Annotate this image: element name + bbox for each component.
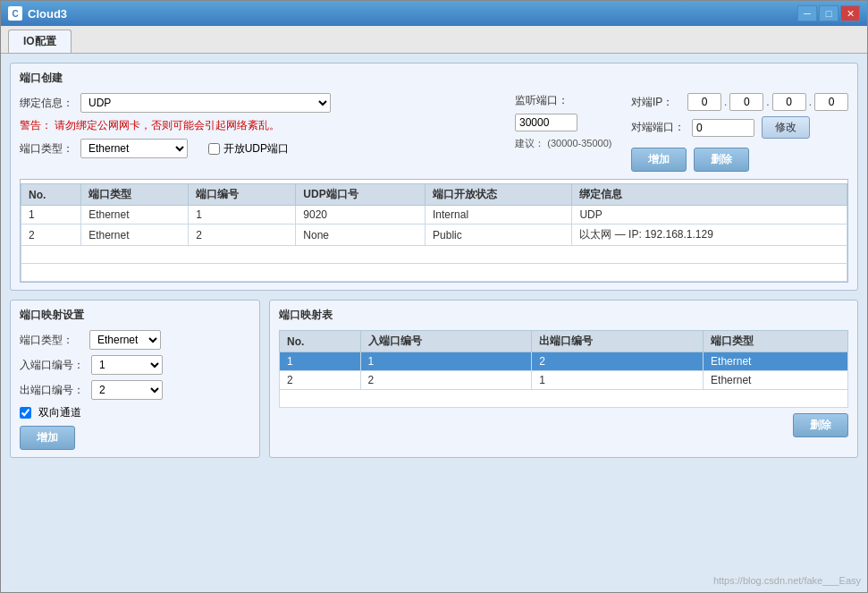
main-window: C Cloud3 ─ □ ✕ IO配置 端口创建 绑定信息： <box>0 0 868 593</box>
port-creation-section: 端口创建 绑定信息： UDP 警告： 请勿绑定公网网卡，否则可能会引起网络紊乱。 <box>10 63 858 291</box>
content-area: 端口创建 绑定信息： UDP 警告： 请勿绑定公网网卡，否则可能会引起网络紊乱。 <box>1 54 867 592</box>
cell-no: 2 <box>21 224 81 246</box>
map-cell-out: 2 <box>532 352 704 371</box>
port-type-select[interactable]: Ethernet <box>80 139 188 158</box>
title-bar: C Cloud3 ─ □ ✕ <box>1 1 867 26</box>
mapping-add-button[interactable]: 增加 <box>20 426 75 450</box>
suggestion-label: 建议： <box>515 138 544 148</box>
map-cell-type: Ethernet <box>704 352 848 371</box>
ip-segment-1[interactable] <box>687 93 721 111</box>
ip-dot-2: . <box>766 96 769 108</box>
cell-type: Ethernet <box>81 206 189 224</box>
suggestion-text: (30000-35000) <box>547 138 611 148</box>
right-form: 对端IP： . . . 对端端口： <box>622 93 848 172</box>
map-col-in: 入端口编号 <box>360 331 532 352</box>
tab-bar: IO配置 <box>1 26 867 54</box>
middle-form: 监听端口： 30000 建议： (30000-35000) <box>497 93 622 172</box>
port-table-container: No. 端口类型 端口编号 UDP端口号 端口开放状态 绑定信息 1 Ether… <box>20 179 848 283</box>
warning-row: 警告： 请勿绑定公网网卡，否则可能会引起网络紊乱。 <box>20 118 497 133</box>
map-col-type: 端口类型 <box>704 331 848 352</box>
ip-dot-1: . <box>724 96 727 108</box>
listen-port-label: 监听端口： <box>515 93 569 108</box>
maximize-button[interactable]: □ <box>819 5 839 21</box>
mapping-in-port-row: 入端口编号： 1 2 <box>20 355 250 375</box>
peer-port-input[interactable] <box>692 119 754 137</box>
open-udp-label: 开放UDP端口 <box>223 141 289 157</box>
mapping-table-title: 端口映射表 <box>279 308 848 323</box>
table-row[interactable]: 2 2 1 Ethernet <box>280 371 848 390</box>
mapping-delete-row: 删除 <box>279 413 848 437</box>
add-port-button[interactable]: 增加 <box>631 148 687 172</box>
col-status: 端口开放状态 <box>426 184 572 206</box>
title-bar-left: C Cloud3 <box>8 6 67 21</box>
mapping-table: No. 入端口编号 出端口编号 端口类型 1 1 2 Ethernet <box>279 330 848 408</box>
peer-ip-row: 对端IP： . . . <box>631 93 848 111</box>
table-row[interactable]: 2 Ethernet 2 None Public 以太网 — IP: 192.1… <box>21 224 847 246</box>
cell-port-no: 1 <box>189 206 296 224</box>
port-type-row: 端口类型： Ethernet 开放UDP端口 <box>20 139 497 158</box>
mapping-settings-title: 端口映射设置 <box>20 308 250 323</box>
map-cell-type: Ethernet <box>704 371 848 390</box>
port-mapping-settings-section: 端口映射设置 端口类型： Ethernet 入端口编号： 1 2 出端口编号： <box>10 300 260 458</box>
cell-no: 1 <box>21 206 81 224</box>
bidirectional-row: 双向通道 <box>20 405 250 420</box>
cell-bind: 以太网 — IP: 192.168.1.129 <box>572 224 847 246</box>
port-table-header: No. 端口类型 端口编号 UDP端口号 端口开放状态 绑定信息 <box>21 184 847 206</box>
listen-port-row: 监听端口： <box>515 93 622 108</box>
open-udp-checkbox[interactable] <box>208 143 220 155</box>
peer-ip-label: 对端IP： <box>631 95 680 110</box>
mapping-out-port-select[interactable]: 1 2 <box>91 380 163 400</box>
col-no: No. <box>21 184 81 206</box>
cell-port-no: 2 <box>189 224 296 246</box>
table-row[interactable]: 1 Ethernet 1 9020 Internal UDP <box>21 206 847 224</box>
left-form: 绑定信息： UDP 警告： 请勿绑定公网网卡，否则可能会引起网络紊乱。 端口类型… <box>20 93 497 172</box>
ip-dot-3: . <box>809 96 812 108</box>
bidirectional-checkbox[interactable] <box>20 407 31 419</box>
warning-text: 警告： 请勿绑定公网网卡，否则可能会引起网络紊乱。 <box>20 118 280 133</box>
map-cell-out: 1 <box>532 371 704 390</box>
col-udp-port: UDP端口号 <box>296 184 426 206</box>
mapping-out-port-row: 出端口编号： 1 2 <box>20 380 250 400</box>
map-col-no: No. <box>280 331 361 352</box>
ip-segment-2[interactable] <box>729 93 763 111</box>
close-button[interactable]: ✕ <box>840 5 860 21</box>
delete-port-button[interactable]: 删除 <box>694 148 749 172</box>
listen-port-input[interactable]: 30000 <box>515 114 577 131</box>
map-col-out: 出端口编号 <box>532 331 704 352</box>
cell-status: Public <box>426 224 572 246</box>
port-table-body: 1 Ethernet 1 9020 Internal UDP 2 Etherne… <box>21 206 847 282</box>
table-row-empty <box>21 264 847 282</box>
minimize-button[interactable]: ─ <box>797 5 817 21</box>
mapping-in-port-select[interactable]: 1 2 <box>91 355 163 375</box>
peer-port-row: 对端端口： 修改 <box>631 116 848 139</box>
cell-udp-port: 9020 <box>296 206 426 224</box>
table-row-empty <box>280 390 848 408</box>
app-icon: C <box>8 6 22 21</box>
bind-info-label: 绑定信息： <box>20 96 73 111</box>
mapping-port-type-row: 端口类型： Ethernet <box>20 330 250 350</box>
window-title: Cloud3 <box>28 7 67 21</box>
ip-segment-4[interactable] <box>814 93 848 111</box>
map-cell-no: 1 <box>280 352 361 371</box>
cell-type: Ethernet <box>81 224 189 246</box>
ip-segment-3[interactable] <box>772 93 806 111</box>
modify-button[interactable]: 修改 <box>762 116 810 139</box>
mapping-in-port-label: 入端口编号： <box>20 358 84 373</box>
port-creation-title: 端口创建 <box>20 71 848 86</box>
bottom-section: 端口映射设置 端口类型： Ethernet 入端口编号： 1 2 出端口编号： <box>10 300 858 458</box>
mapping-table-body: 1 1 2 Ethernet 2 2 1 Ethernet <box>280 352 848 408</box>
tab-io-config[interactable]: IO配置 <box>8 30 72 53</box>
mapping-table-header-row: No. 入端口编号 出端口编号 端口类型 <box>280 331 848 352</box>
mapping-delete-button[interactable]: 删除 <box>793 413 848 437</box>
port-mapping-table-section: 端口映射表 No. 入端口编号 出端口编号 端口类型 1 1 <box>269 300 858 458</box>
bind-info-select[interactable]: UDP <box>80 93 331 113</box>
table-row-empty <box>21 246 847 264</box>
mapping-add-row: 增加 <box>20 426 250 450</box>
map-cell-in: 1 <box>360 352 532 371</box>
mapping-port-type-select[interactable]: Ethernet <box>89 330 161 350</box>
open-udp-row: 开放UDP端口 <box>208 141 289 157</box>
cell-bind: UDP <box>572 206 847 224</box>
table-row[interactable]: 1 1 2 Ethernet <box>280 352 848 371</box>
col-port-no: 端口编号 <box>189 184 296 206</box>
bind-info-row: 绑定信息： UDP <box>20 93 497 113</box>
